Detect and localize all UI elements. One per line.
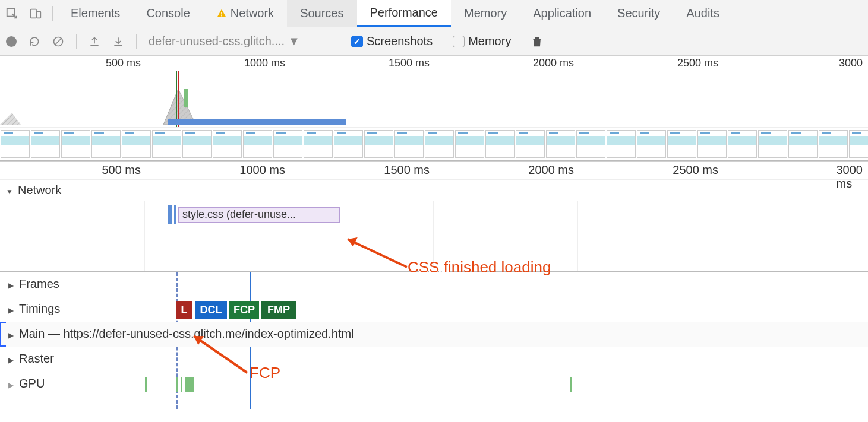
disclosure-triangle-icon	[6, 377, 15, 391]
row-main[interactable]: Main — https://defer-unused-css.glitch.m…	[0, 322, 868, 347]
devtools-tabs: Elements Console Network Sources Perform…	[0, 0, 868, 27]
warning-icon	[216, 8, 227, 19]
screenshot-thumb[interactable]	[213, 130, 242, 158]
disclosure-triangle-icon	[5, 183, 14, 197]
disclosure-triangle-icon	[6, 302, 15, 316]
performance-toolbar: defer-unused-css.glitch.... ▼ Screenshot…	[0, 27, 868, 56]
screenshots-checkbox[interactable]: Screenshots	[351, 34, 433, 48]
ruler-tick: 2500 ms	[673, 163, 722, 177]
ruler-tick: 500 ms	[102, 163, 144, 177]
screenshot-thumb[interactable]	[425, 130, 454, 158]
screenshot-thumb[interactable]	[576, 130, 605, 158]
ruler-tick: 1500 ms	[389, 57, 433, 69]
tab-sources[interactable]: Sources	[287, 0, 356, 27]
disclosure-triangle-icon	[6, 327, 15, 341]
cpu-sparkline[interactable]	[0, 71, 868, 127]
clear-icon[interactable]	[52, 36, 64, 47]
screenshot-thumb[interactable]	[152, 130, 181, 158]
timing-fcp[interactable]: FCP	[229, 301, 260, 319]
download-icon[interactable]	[112, 36, 124, 47]
ruler-tick: 2000 ms	[533, 57, 577, 69]
screenshot-thumb[interactable]	[304, 130, 333, 158]
screenshots-label: Screenshots	[367, 34, 433, 48]
screenshot-filmstrip[interactable]	[0, 127, 868, 161]
gpu-activity	[181, 377, 182, 392]
screenshot-thumb[interactable]	[667, 130, 696, 158]
tab-audits[interactable]: Audits	[673, 0, 733, 27]
screenshot-thumb[interactable]	[364, 130, 393, 158]
screenshot-thumb[interactable]	[607, 130, 636, 158]
screenshot-thumb[interactable]	[61, 130, 90, 158]
screenshot-thumb[interactable]	[758, 130, 787, 158]
tab-console[interactable]: Console	[133, 0, 203, 27]
screenshot-thumb[interactable]	[728, 130, 757, 158]
svg-rect-3	[221, 12, 222, 15]
screenshot-thumb[interactable]	[243, 130, 272, 158]
tab-memory[interactable]: Memory	[451, 0, 520, 27]
timing-dcl[interactable]: DCL	[195, 301, 228, 319]
screenshot-thumb[interactable]	[546, 130, 575, 158]
screenshot-thumb[interactable]	[122, 130, 151, 158]
screenshot-thumb[interactable]	[394, 130, 424, 158]
chevron-down-icon: ▼	[288, 34, 300, 48]
tab-security[interactable]: Security	[604, 0, 673, 27]
svg-rect-4	[221, 15, 222, 17]
reload-icon[interactable]	[29, 36, 40, 47]
network-request[interactable]: style.css (defer-unuse...	[178, 207, 340, 223]
checkbox-icon	[351, 36, 363, 47]
screenshot-thumb[interactable]	[31, 130, 60, 158]
overview-ruler: 500 ms 1000 ms 1500 ms 2000 ms 2500 ms 3…	[0, 56, 868, 71]
ruler-tick: 2500 ms	[677, 57, 722, 69]
screenshot-thumb[interactable]	[182, 130, 212, 158]
row-timings[interactable]: Timings L DCL FCP FMP	[0, 297, 868, 322]
row-frames[interactable]: Frames	[0, 272, 868, 297]
timing-fmp[interactable]: FMP	[261, 301, 297, 319]
screenshot-thumb[interactable]	[1, 130, 30, 158]
selection-highlight	[0, 322, 6, 347]
screenshot-thumb[interactable]	[334, 130, 363, 158]
recording-selector[interactable]: defer-unused-css.glitch.... ▼	[149, 34, 327, 48]
tab-elements[interactable]: Elements	[58, 0, 133, 27]
record-button[interactable]	[6, 36, 17, 47]
row-gpu[interactable]: GPU	[0, 372, 868, 397]
network-lane[interactable]: style.css (defer-unuse...	[0, 201, 868, 271]
inspect-icon[interactable]	[0, 0, 24, 27]
activity-bar	[184, 89, 188, 107]
selection-range[interactable]	[168, 119, 346, 125]
network-header[interactable]: Network	[0, 180, 868, 201]
screenshot-thumb[interactable]	[819, 130, 848, 158]
screenshot-thumb[interactable]	[788, 130, 818, 158]
network-label: Network	[18, 183, 61, 197]
section-network: Network style.css (defer-unuse...	[0, 180, 868, 271]
screenshot-thumb[interactable]	[516, 130, 545, 158]
ruler-tick: 1500 ms	[384, 163, 433, 177]
frames-label: Frames	[19, 277, 59, 291]
memory-checkbox[interactable]: Memory	[453, 34, 511, 48]
ruler-tick: 3000	[839, 57, 866, 69]
device-icon[interactable]	[24, 0, 48, 27]
screenshot-thumb[interactable]	[91, 130, 121, 158]
ruler-tick: 1000 ms	[239, 163, 289, 177]
screenshot-thumb[interactable]	[273, 130, 302, 158]
screenshot-thumb[interactable]	[697, 130, 727, 158]
screenshot-thumb[interactable]	[637, 130, 666, 158]
timeline-overview[interactable]: 500 ms 1000 ms 1500 ms 2000 ms 2500 ms 3…	[0, 56, 868, 162]
checkbox-icon	[453, 36, 465, 47]
tab-network[interactable]: Network	[203, 0, 287, 27]
row-raster[interactable]: Raster	[0, 347, 868, 372]
timing-l[interactable]: L	[176, 301, 194, 319]
tab-performance[interactable]: Performance	[357, 0, 452, 27]
ruler-tick: 500 ms	[106, 57, 144, 69]
upload-icon[interactable]	[89, 36, 100, 47]
gpu-activity	[570, 377, 572, 392]
divider	[52, 6, 53, 21]
screenshot-thumb[interactable]	[455, 130, 484, 158]
svg-rect-2	[37, 11, 40, 18]
network-request-start	[168, 205, 172, 224]
tab-application[interactable]: Application	[520, 0, 604, 27]
divider	[136, 34, 137, 49]
screenshot-thumb[interactable]	[849, 130, 868, 158]
screenshot-thumb[interactable]	[485, 130, 515, 158]
divider	[339, 34, 339, 49]
trash-icon[interactable]	[531, 35, 543, 48]
